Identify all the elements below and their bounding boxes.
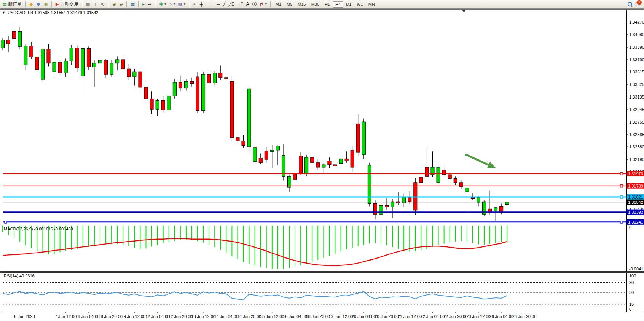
time-axis-label: 20 Jun 20:00 [375, 314, 399, 319]
line-handle[interactable] [620, 196, 623, 198]
toolbar-separator [108, 1, 109, 7]
vertical-line-button[interactable]: │ [209, 1, 215, 8]
price-tick-label: 1.33890 [629, 45, 644, 49]
profile-button[interactable]: ☻ [35, 1, 43, 8]
tab-timeframe-m5[interactable]: M5 [284, 1, 295, 8]
candle-body [127, 69, 131, 77]
chevron-down-icon[interactable]: ▾ [164, 1, 166, 7]
price-badge-label: 1.31392 [628, 210, 643, 215]
candle-body [270, 150, 274, 151]
search-icon[interactable] [627, 2, 633, 7]
auto-scroll-button[interactable]: ▸ [141, 1, 146, 8]
price-tick-label: 1.33515 [629, 70, 644, 74]
crosshair-button[interactable]: ┼ [198, 1, 205, 8]
line-handle[interactable] [5, 221, 7, 223]
chevron-down-icon[interactable]: ▾ [174, 1, 175, 7]
zoom-out-button[interactable]: ⊖ [118, 1, 124, 8]
new-order-button[interactable]: ▤新订单 [1, 1, 23, 8]
fibonacci-button[interactable]: ┄F [236, 1, 245, 8]
tab-timeframe-h4[interactable]: H4 [333, 1, 343, 8]
news-button[interactable]: ◉ [42, 1, 49, 8]
tile-windows-icon: ▦ [131, 1, 135, 7]
zoom-in-button[interactable]: ⊕ [111, 1, 118, 8]
equidistant-channel-icon: ╱E [229, 1, 234, 7]
time-axis-label: 9 Jun 12:00 [124, 314, 146, 319]
time-axis-label: 26 Jun 20:00 [512, 314, 537, 319]
candle-body [92, 63, 96, 67]
chart-title: USDCAD-,H4 1.31508 1.31554 1.31479 1.315… [8, 10, 99, 15]
candle-body [305, 157, 308, 174]
new-order-button-label: 新订单 [8, 1, 22, 7]
text-button[interactable]: A [245, 1, 251, 8]
trend-arrow-head[interactable] [487, 162, 496, 168]
candle-body [351, 150, 354, 167]
bar-chart-button[interactable]: ▥ [84, 1, 92, 8]
candle-body [247, 89, 251, 147]
price-tick-label: 1.34270 [629, 20, 644, 24]
candle-body [156, 101, 159, 110]
cursor-icon: ↖ [193, 1, 197, 7]
tab-timeframe-m15[interactable]: M15 [295, 1, 308, 8]
tab-timeframe-mn[interactable]: MN [366, 1, 378, 8]
candle-body [179, 82, 182, 88]
arrows-button[interactable]: ⇄▾ [258, 1, 268, 8]
candle-body [299, 156, 303, 174]
candle-body [53, 62, 56, 72]
styler-button[interactable]: ◆ [28, 1, 34, 8]
cursor-button[interactable]: ↖ [191, 1, 198, 8]
trend-arrow[interactable] [465, 154, 489, 165]
toolbar-groups: ▤新订单◆☻◉▶自动交易▥◫∿⊕⊖▦▸⇥✚▾◔▾▧▾↖┼│─╱╱E┄FAⓉ⇄▾M… [0, 0, 627, 8]
autotrading-button[interactable]: ▶自动交易 [54, 1, 80, 8]
autotrading-button-label: 自动交易 [60, 1, 78, 7]
line-chart-button[interactable]: ∿ [99, 1, 106, 8]
horizontal-line-button[interactable]: ─ [215, 1, 222, 8]
chart-menu-caret-icon[interactable]: ▼ [2, 11, 5, 14]
line-handle[interactable] [620, 173, 623, 175]
candle-body [190, 81, 193, 83]
news-icon: ◉ [44, 1, 48, 7]
candle-body [368, 165, 371, 204]
tab-timeframe-d1[interactable]: D1 [343, 1, 354, 8]
trendline-button[interactable]: ╱ [222, 1, 227, 8]
time-axis-label: 18 Jun 23:00 [306, 314, 330, 319]
crosshair-icon: ┼ [200, 1, 203, 7]
price-tick-label: 1.33700 [629, 57, 644, 62]
macd-min-label: -0.004113 [629, 267, 644, 271]
candle-body [236, 138, 239, 141]
price-badge-label: 1.31621 [628, 195, 643, 199]
chevron-down-icon[interactable]: ▾ [265, 1, 267, 7]
chat-icon[interactable]: 1 [635, 2, 641, 7]
line-handle[interactable] [620, 221, 623, 223]
periods-icon: ◔ [169, 1, 172, 7]
equidistant-channel-button[interactable]: ╱E [227, 1, 236, 8]
chart-canvas[interactable]: 1.342701.340801.338901.337001.335151.333… [0, 9, 644, 321]
time-axis-label: 16 Jun 04:00 [283, 314, 307, 319]
tile-windows-button[interactable]: ▦ [129, 1, 136, 8]
chevron-down-icon[interactable]: ▾ [184, 1, 185, 7]
time-axis-label: 13 Jun 12:00 [191, 314, 215, 319]
toolbar-separator [270, 1, 271, 7]
indicators-button[interactable]: ✚▾ [158, 1, 167, 8]
price-tick-label: 1.33325 [629, 82, 644, 87]
candle-body [70, 48, 73, 61]
line-handle[interactable] [620, 185, 623, 187]
periods-button[interactable]: ◔▾ [167, 1, 176, 8]
toolbar-separator [82, 1, 83, 7]
rsi-axis-label: 100 [629, 273, 636, 278]
price-tick-label: 1.32565 [629, 132, 644, 137]
tab-timeframe-m1[interactable]: M1 [273, 1, 284, 8]
price-badge-label: 1.31241 [628, 220, 643, 224]
candle-body [150, 99, 153, 109]
text-label-button[interactable]: Ⓣ [251, 1, 258, 8]
tab-timeframe-m30[interactable]: M30 [309, 1, 322, 8]
chart-shift-button[interactable]: ⇥ [146, 1, 153, 8]
vertical-line-icon: │ [211, 1, 214, 7]
candlestick-chart-button[interactable]: ◫ [92, 1, 99, 8]
tab-timeframe-h1[interactable]: H1 [322, 1, 333, 8]
chart-shift-marker[interactable] [462, 10, 466, 13]
candle-body [500, 206, 503, 211]
templates-button[interactable]: ▧▾ [177, 1, 187, 8]
candle-body [385, 206, 389, 207]
tab-timeframe-w1[interactable]: W1 [354, 1, 366, 8]
price-tick-label: 1.32945 [629, 107, 644, 112]
